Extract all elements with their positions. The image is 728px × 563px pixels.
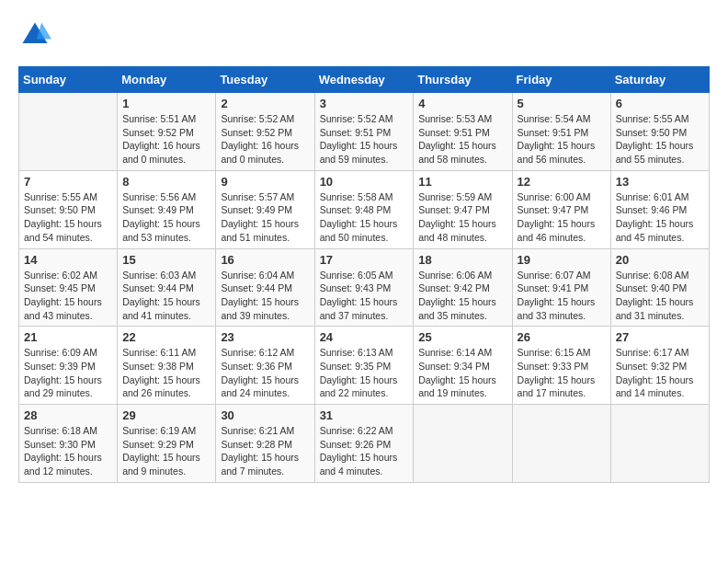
calendar-cell: 16Sunrise: 6:04 AMSunset: 9:44 PMDayligh… <box>216 248 314 327</box>
day-number: 4 <box>418 97 506 110</box>
day-number: 29 <box>122 408 210 422</box>
day-number: 17 <box>320 253 409 267</box>
calendar-cell <box>414 405 512 483</box>
logo-icon <box>18 18 51 52</box>
calendar-cell: 30Sunrise: 6:21 AMSunset: 9:28 PMDayligh… <box>216 405 314 483</box>
calendar-cell: 23Sunrise: 6:12 AMSunset: 9:36 PMDayligh… <box>216 327 314 405</box>
calendar-cell: 29Sunrise: 6:19 AMSunset: 9:29 PMDayligh… <box>118 405 216 483</box>
day-number: 10 <box>320 175 409 189</box>
day-info: Sunrise: 6:00 AMSunset: 9:47 PMDaylight:… <box>518 190 606 245</box>
calendar-week-row: 1Sunrise: 5:51 AMSunset: 9:52 PMDaylight… <box>19 93 710 171</box>
calendar-cell: 25Sunrise: 6:14 AMSunset: 9:34 PMDayligh… <box>414 327 512 405</box>
calendar-cell: 11Sunrise: 5:59 AMSunset: 9:47 PMDayligh… <box>414 170 512 248</box>
day-info: Sunrise: 6:11 AMSunset: 9:38 PMDaylight:… <box>122 346 210 400</box>
calendar-cell: 24Sunrise: 6:13 AMSunset: 9:35 PMDayligh… <box>314 327 414 405</box>
calendar-cell <box>610 405 709 483</box>
day-info: Sunrise: 5:52 AMSunset: 9:51 PMDaylight:… <box>320 112 409 167</box>
day-info: Sunrise: 6:13 AMSunset: 9:35 PMDaylight:… <box>320 346 409 400</box>
calendar-cell: 18Sunrise: 6:06 AMSunset: 9:42 PMDayligh… <box>414 248 512 327</box>
day-number: 16 <box>221 253 309 267</box>
col-header-wednesday: Wednesday <box>314 67 414 93</box>
calendar-cell: 27Sunrise: 6:17 AMSunset: 9:32 PMDayligh… <box>610 327 709 405</box>
day-number: 5 <box>518 97 606 110</box>
calendar-cell: 26Sunrise: 6:15 AMSunset: 9:33 PMDayligh… <box>512 327 610 405</box>
day-number: 20 <box>616 253 704 267</box>
logo <box>18 18 55 52</box>
day-info: Sunrise: 5:58 AMSunset: 9:48 PMDaylight:… <box>320 190 409 245</box>
day-info: Sunrise: 6:08 AMSunset: 9:40 PMDaylight:… <box>616 269 704 323</box>
day-number: 25 <box>418 330 506 344</box>
day-info: Sunrise: 6:15 AMSunset: 9:33 PMDaylight:… <box>518 346 606 400</box>
day-info: Sunrise: 6:01 AMSunset: 9:46 PMDaylight:… <box>616 190 704 245</box>
day-info: Sunrise: 6:07 AMSunset: 9:41 PMDaylight:… <box>518 269 606 323</box>
day-number: 13 <box>616 175 704 189</box>
day-number: 1 <box>122 97 210 110</box>
day-info: Sunrise: 5:53 AMSunset: 9:51 PMDaylight:… <box>418 112 506 167</box>
calendar-cell: 17Sunrise: 6:05 AMSunset: 9:43 PMDayligh… <box>314 248 414 327</box>
calendar-cell <box>512 405 610 483</box>
day-number: 3 <box>320 97 409 110</box>
col-header-monday: Monday <box>118 67 216 93</box>
day-number: 24 <box>320 330 409 344</box>
day-info: Sunrise: 5:55 AMSunset: 9:50 PMDaylight:… <box>616 112 704 167</box>
calendar-cell: 9Sunrise: 5:57 AMSunset: 9:49 PMDaylight… <box>216 170 314 248</box>
calendar-cell: 8Sunrise: 5:56 AMSunset: 9:49 PMDaylight… <box>118 170 216 248</box>
calendar-cell: 19Sunrise: 6:07 AMSunset: 9:41 PMDayligh… <box>512 248 610 327</box>
day-info: Sunrise: 5:52 AMSunset: 9:52 PMDaylight:… <box>221 112 309 167</box>
calendar-cell: 20Sunrise: 6:08 AMSunset: 9:40 PMDayligh… <box>610 248 709 327</box>
day-info: Sunrise: 5:59 AMSunset: 9:47 PMDaylight:… <box>418 190 506 245</box>
day-number: 11 <box>418 175 506 189</box>
day-number: 8 <box>122 175 210 189</box>
calendar-cell: 7Sunrise: 5:55 AMSunset: 9:50 PMDaylight… <box>19 170 118 248</box>
calendar-week-row: 28Sunrise: 6:18 AMSunset: 9:30 PMDayligh… <box>19 405 710 483</box>
day-number: 12 <box>518 175 606 189</box>
day-number: 30 <box>221 408 309 422</box>
day-info: Sunrise: 5:51 AMSunset: 9:52 PMDaylight:… <box>122 112 210 167</box>
day-number: 2 <box>221 97 309 110</box>
day-number: 19 <box>518 253 606 267</box>
day-info: Sunrise: 6:14 AMSunset: 9:34 PMDaylight:… <box>418 346 506 400</box>
calendar-cell: 14Sunrise: 6:02 AMSunset: 9:45 PMDayligh… <box>19 248 118 327</box>
day-info: Sunrise: 6:05 AMSunset: 9:43 PMDaylight:… <box>320 269 409 323</box>
day-info: Sunrise: 6:18 AMSunset: 9:30 PMDaylight:… <box>24 424 112 478</box>
calendar-cell: 1Sunrise: 5:51 AMSunset: 9:52 PMDaylight… <box>118 93 216 171</box>
page-header <box>18 18 710 52</box>
col-header-friday: Friday <box>512 67 610 93</box>
day-info: Sunrise: 6:06 AMSunset: 9:42 PMDaylight:… <box>418 269 506 323</box>
calendar-week-row: 7Sunrise: 5:55 AMSunset: 9:50 PMDaylight… <box>19 170 710 248</box>
calendar-cell: 3Sunrise: 5:52 AMSunset: 9:51 PMDaylight… <box>314 93 414 171</box>
day-info: Sunrise: 6:22 AMSunset: 9:26 PMDaylight:… <box>320 424 409 478</box>
day-number: 15 <box>122 253 210 267</box>
day-number: 26 <box>518 330 606 344</box>
calendar-week-row: 14Sunrise: 6:02 AMSunset: 9:45 PMDayligh… <box>19 248 710 327</box>
calendar-table: SundayMondayTuesdayWednesdayThursdayFrid… <box>18 66 710 483</box>
day-info: Sunrise: 6:03 AMSunset: 9:44 PMDaylight:… <box>122 269 210 323</box>
day-number: 27 <box>616 330 704 344</box>
day-number: 31 <box>320 408 409 422</box>
calendar-cell: 15Sunrise: 6:03 AMSunset: 9:44 PMDayligh… <box>118 248 216 327</box>
day-info: Sunrise: 6:09 AMSunset: 9:39 PMDaylight:… <box>24 346 112 400</box>
day-number: 22 <box>122 330 210 344</box>
day-info: Sunrise: 5:54 AMSunset: 9:51 PMDaylight:… <box>518 112 606 167</box>
calendar-cell: 2Sunrise: 5:52 AMSunset: 9:52 PMDaylight… <box>216 93 314 171</box>
calendar-cell <box>19 93 118 171</box>
day-info: Sunrise: 6:17 AMSunset: 9:32 PMDaylight:… <box>616 346 704 400</box>
calendar-cell: 12Sunrise: 6:00 AMSunset: 9:47 PMDayligh… <box>512 170 610 248</box>
day-number: 7 <box>24 175 112 189</box>
day-number: 9 <box>221 175 309 189</box>
day-info: Sunrise: 5:55 AMSunset: 9:50 PMDaylight:… <box>24 190 112 245</box>
day-number: 6 <box>616 97 704 110</box>
col-header-thursday: Thursday <box>414 67 512 93</box>
day-number: 18 <box>418 253 506 267</box>
calendar-cell: 31Sunrise: 6:22 AMSunset: 9:26 PMDayligh… <box>314 405 414 483</box>
day-number: 21 <box>24 330 112 344</box>
calendar-header-row: SundayMondayTuesdayWednesdayThursdayFrid… <box>19 67 710 93</box>
day-info: Sunrise: 6:21 AMSunset: 9:28 PMDaylight:… <box>221 424 309 478</box>
col-header-saturday: Saturday <box>610 67 709 93</box>
calendar-cell: 6Sunrise: 5:55 AMSunset: 9:50 PMDaylight… <box>610 93 709 171</box>
day-number: 28 <box>24 408 112 422</box>
calendar-week-row: 21Sunrise: 6:09 AMSunset: 9:39 PMDayligh… <box>19 327 710 405</box>
day-number: 23 <box>221 330 309 344</box>
day-info: Sunrise: 5:57 AMSunset: 9:49 PMDaylight:… <box>221 190 309 245</box>
calendar-cell: 10Sunrise: 5:58 AMSunset: 9:48 PMDayligh… <box>314 170 414 248</box>
